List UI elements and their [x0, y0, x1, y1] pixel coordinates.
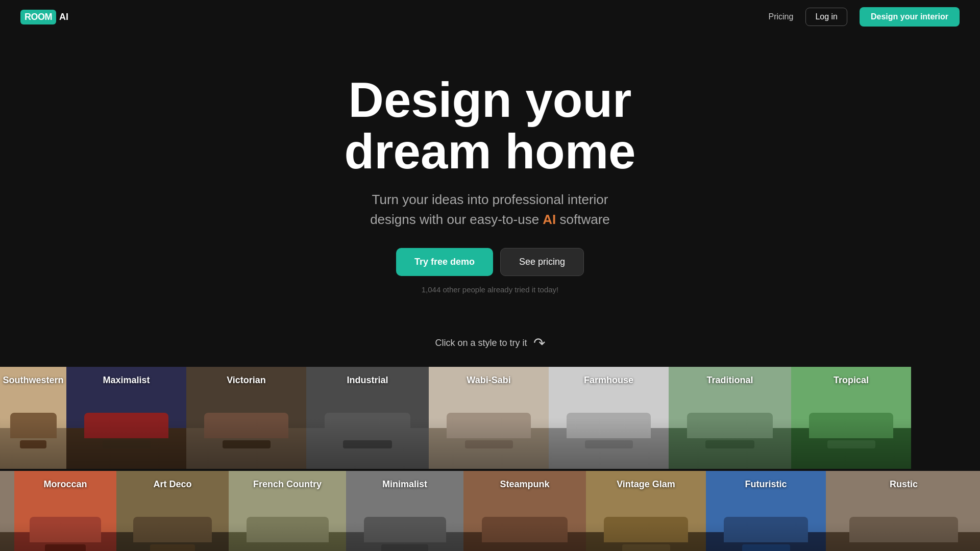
style-card-label: Steampunk [463, 479, 586, 490]
hero-subtitle: Turn your ideas into professional interi… [10, 190, 970, 230]
style-card-futuristic[interactable]: Futuristic [706, 471, 826, 551]
room-sofa [567, 413, 651, 438]
hero-sub-line2-before: designs with our easy-to-use [370, 212, 543, 227]
style-card-moroccan[interactable]: Moroccan [14, 471, 116, 551]
see-pricing-button[interactable]: See pricing [500, 248, 584, 276]
room-sofa [364, 517, 446, 542]
design-interior-button[interactable]: Design your interior [860, 7, 960, 27]
style-card-wabi-sabi[interactable]: Wabi-Sabi [429, 367, 549, 469]
hero-section: Design your dream home Turn your ideas i… [0, 34, 980, 314]
room-sofa [325, 413, 410, 438]
room-table [223, 440, 271, 448]
room-table [705, 440, 754, 448]
room-sofa [30, 517, 101, 542]
room-table [827, 440, 875, 448]
room-sofa [809, 413, 893, 438]
room-table [20, 440, 46, 448]
room-table [264, 544, 311, 551]
style-card-label: Futuristic [706, 479, 826, 490]
style-card-label: Maximalist [66, 375, 186, 386]
style-card-traditional[interactable]: Traditional [669, 367, 791, 469]
style-card-label: Traditional [669, 375, 791, 386]
style-card-minimalist[interactable]: Minimalist [346, 471, 463, 551]
style-card-label: Victorian [186, 375, 306, 386]
style-card-label: Tropical [791, 375, 911, 386]
style-card-label: Minimalist [346, 479, 463, 490]
room-sofa [10, 413, 57, 438]
click-hint-text: Click on a style to try it [435, 338, 527, 348]
room-sofa [482, 517, 568, 542]
style-card-partial-left[interactable] [0, 471, 14, 551]
logo-room: ROOM [20, 10, 56, 24]
room-sofa [133, 517, 212, 542]
room-table [45, 544, 86, 551]
room-table [873, 544, 935, 551]
room-table [103, 440, 151, 448]
style-card-industrial[interactable]: Industrial [306, 367, 429, 469]
styles-row-2: Moroccan Art Deco French Country [0, 471, 980, 551]
style-card-label: Art Deco [116, 479, 229, 490]
style-card-french-country[interactable]: French Country [229, 471, 346, 551]
room-table [585, 440, 633, 448]
style-card-label: Farmhouse [549, 375, 669, 386]
room-sofa [604, 517, 688, 542]
hero-title-line2: dream home [345, 124, 636, 179]
room-sofa [447, 413, 531, 438]
room-table [500, 544, 549, 551]
style-card-label: Rustic [826, 479, 980, 490]
room-table [465, 440, 513, 448]
room-sofa [687, 413, 773, 438]
try-free-demo-button[interactable]: Try free demo [396, 248, 493, 276]
login-button[interactable]: Log in [805, 8, 847, 26]
curved-arrow-icon: ↷ [533, 335, 545, 352]
styles-section: Click on a style to try it ↷ Southwester… [0, 314, 980, 551]
click-hint: Click on a style to try it ↷ [0, 335, 980, 352]
style-card-label: Industrial [306, 375, 429, 386]
logo-ai: AI [59, 12, 68, 22]
style-card-victorian[interactable]: Victorian [186, 367, 306, 469]
navbar: ROOM AI Pricing Log in Design your inter… [0, 0, 980, 34]
room-sofa [204, 413, 288, 438]
room-table [622, 544, 670, 551]
style-card-label: Wabi-Sabi [429, 375, 549, 386]
logo[interactable]: ROOM AI [20, 10, 68, 24]
room-sofa [849, 517, 959, 542]
room-sofa [724, 517, 808, 542]
room-wall [0, 471, 14, 537]
style-card-rustic[interactable]: Rustic [826, 471, 980, 551]
nav-right: Pricing Log in Design your interior [768, 7, 960, 27]
room-floor [0, 532, 14, 551]
hero-title-line1: Design your [349, 72, 632, 127]
style-card-label: Moroccan [14, 479, 116, 490]
style-card-label: Southwestern [0, 375, 66, 386]
hero-sub-after: software [556, 212, 610, 227]
room-table [381, 544, 428, 551]
style-card-tropical[interactable]: Tropical [791, 367, 911, 469]
style-card-label: French Country [229, 479, 346, 490]
style-card-farmhouse[interactable]: Farmhouse [549, 367, 669, 469]
style-card-steampunk[interactable]: Steampunk [463, 471, 586, 551]
hero-buttons: Try free demo See pricing [10, 248, 970, 276]
room-table [742, 544, 790, 551]
hero-title: Design your dream home [10, 74, 970, 178]
room-sofa [84, 413, 168, 438]
room-scene [0, 471, 14, 551]
room-table [343, 440, 392, 448]
style-card-southwestern[interactable]: Southwestern [0, 367, 66, 469]
social-proof-text: 1,044 other people already tried it toda… [10, 285, 970, 294]
hero-sub-before: Turn your ideas into professional interi… [372, 192, 608, 207]
hero-ai-highlight: AI [543, 212, 556, 227]
style-card-art-deco[interactable]: Art Deco [116, 471, 229, 551]
room-sofa [247, 517, 329, 542]
style-card-label: Vintage Glam [586, 479, 706, 490]
style-card-vintage-glam[interactable]: Vintage Glam [586, 471, 706, 551]
styles-row-1: Southwestern Maximalist Victorian [0, 367, 980, 469]
pricing-nav-link[interactable]: Pricing [768, 12, 793, 21]
style-card-maximalist[interactable]: Maximalist [66, 367, 186, 469]
room-table [150, 544, 195, 551]
